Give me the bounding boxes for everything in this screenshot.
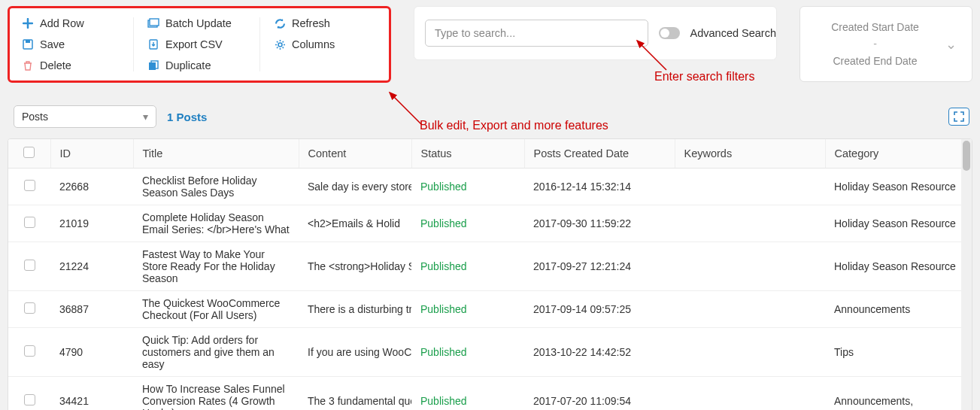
cell-content[interactable]: The <strong>Holiday Se — [299, 242, 411, 291]
gear-icon — [274, 38, 286, 50]
table-row[interactable]: 34421How To Increase Sales Funnel Conver… — [8, 377, 972, 411]
cell-keywords[interactable] — [675, 328, 825, 377]
col-id[interactable]: ID — [50, 139, 133, 169]
row-checkbox[interactable] — [24, 260, 35, 271]
cell-title[interactable]: The Quickest WooCommerce Checkout (For A… — [133, 291, 299, 328]
col-category[interactable]: Category — [825, 139, 972, 169]
col-status[interactable]: Status — [411, 139, 524, 169]
row-checkbox[interactable] — [24, 394, 35, 405]
cell-category[interactable]: Tips — [825, 328, 972, 377]
svg-point-7 — [278, 43, 282, 47]
export-csv-button[interactable]: Export CSV — [147, 38, 246, 50]
cell-status[interactable]: Published — [411, 328, 524, 377]
expand-icon — [954, 111, 964, 122]
cell-id[interactable]: 34421 — [50, 377, 133, 411]
cell-status[interactable]: Published — [411, 291, 524, 328]
duplicate-icon — [147, 59, 159, 71]
table-row[interactable]: 21224Fastest Way to Make Your Store Read… — [8, 242, 972, 291]
add-row-button[interactable]: Add Row — [22, 17, 120, 29]
cell-title[interactable]: Quick Tip: Add orders for customers and … — [133, 328, 299, 377]
columns-button[interactable]: Columns — [274, 38, 335, 50]
search-input[interactable] — [425, 20, 648, 47]
row-checkbox[interactable] — [24, 217, 35, 228]
table-row[interactable]: 36887The Quickest WooCommerce Checkout (… — [8, 291, 972, 328]
cell-id[interactable]: 22668 — [50, 169, 133, 205]
row-checkbox[interactable] — [24, 180, 35, 191]
col-date[interactable]: Posts Created Date — [524, 139, 675, 169]
add-row-label: Add Row — [40, 17, 84, 29]
duplicate-button[interactable]: Duplicate — [147, 59, 246, 71]
cell-category[interactable]: Holiday Season Resource — [825, 242, 972, 291]
posts-table: ID Title Content Status Posts Created Da… — [8, 138, 972, 410]
cell-status[interactable]: Published — [411, 169, 524, 205]
cell-content[interactable]: <h2>Emails & Holid — [299, 205, 411, 242]
toolbar: Add Row Save Delete Batch Update Export … — [8, 6, 391, 83]
select-all-checkbox[interactable] — [23, 147, 35, 158]
save-icon — [22, 38, 34, 50]
delete-button[interactable]: Delete — [22, 59, 120, 71]
cell-category[interactable]: Announcements — [825, 291, 972, 328]
cell-title[interactable]: Fastest Way to Make Your Store Ready For… — [133, 242, 299, 291]
cell-status[interactable]: Published — [411, 377, 524, 411]
row-checkbox[interactable] — [24, 302, 35, 314]
date-filter[interactable]: Created Start Date - Created End Date ⌄ — [799, 6, 972, 82]
cell-content[interactable]: There is a disturbing tre — [299, 291, 411, 328]
cell-keywords[interactable] — [675, 169, 825, 205]
cell-id[interactable]: 36887 — [50, 291, 133, 328]
table-row[interactable]: 22668Checklist Before Holiday Season Sal… — [8, 169, 972, 205]
table-header-row: ID Title Content Status Posts Created Da… — [8, 139, 972, 169]
post-type-label: Posts — [22, 111, 48, 123]
cell-keywords[interactable] — [675, 377, 825, 411]
expand-button[interactable] — [948, 108, 969, 126]
cell-keywords[interactable] — [675, 205, 825, 242]
date-dash: - — [815, 35, 935, 52]
cell-id[interactable]: 21224 — [50, 242, 133, 291]
cell-id[interactable]: 4790 — [50, 328, 133, 377]
export-label: Export CSV — [165, 38, 223, 50]
cell-date[interactable]: 2013-10-22 14:42:52 — [524, 328, 675, 377]
refresh-button[interactable]: Refresh — [274, 17, 335, 29]
cell-title[interactable]: Complete Holiday Season Email Series: </… — [133, 205, 299, 242]
save-button[interactable]: Save — [22, 38, 120, 50]
cell-title[interactable]: How To Increase Sales Funnel Conversion … — [133, 377, 299, 411]
cell-category[interactable]: Holiday Season Resource — [825, 205, 972, 242]
cell-status[interactable]: Published — [411, 242, 524, 291]
row-checkbox[interactable] — [24, 345, 35, 357]
plus-icon — [22, 17, 34, 29]
table-row[interactable]: 21019Complete Holiday Season Email Serie… — [8, 205, 972, 242]
advanced-search-toggle[interactable] — [659, 27, 680, 39]
batch-update-button[interactable]: Batch Update — [147, 17, 246, 29]
date-start-label: Created Start Date — [815, 19, 935, 35]
cell-date[interactable]: 2016-12-14 15:32:14 — [524, 169, 675, 205]
post-type-select[interactable]: Posts ▾ — [14, 105, 156, 128]
cell-title[interactable]: Checklist Before Holiday Season Sales Da… — [133, 169, 299, 205]
cell-date[interactable]: 2017-09-30 11:59:22 — [524, 205, 675, 242]
cell-date[interactable]: 2017-09-14 09:57:25 — [524, 291, 675, 328]
svg-rect-3 — [150, 19, 159, 26]
cell-content[interactable]: Sale day is every store o — [299, 169, 411, 205]
cell-content[interactable]: The 3 fundamental ques — [299, 377, 411, 411]
cell-id[interactable]: 21019 — [50, 205, 133, 242]
columns-label: Columns — [292, 38, 335, 50]
refresh-label: Refresh — [292, 17, 330, 29]
duplicate-label: Duplicate — [165, 59, 211, 71]
cell-category[interactable]: Announcements, — [825, 377, 972, 411]
cell-date[interactable]: 2017-09-27 12:21:24 — [524, 242, 675, 291]
cell-content[interactable]: If you are using WooCom — [299, 328, 411, 377]
table-row[interactable]: 4790Quick Tip: Add orders for customers … — [8, 328, 972, 377]
delete-label: Delete — [40, 59, 71, 71]
cell-keywords[interactable] — [675, 242, 825, 291]
cell-keywords[interactable] — [675, 291, 825, 328]
chevron-down-icon: ⌄ — [945, 36, 957, 53]
cell-category[interactable]: Holiday Season Resource — [825, 169, 972, 205]
cell-status[interactable]: Published — [411, 205, 524, 242]
col-keywords[interactable]: Keywords — [675, 139, 825, 169]
col-content[interactable]: Content — [299, 139, 411, 169]
cell-date[interactable]: 2017-07-20 11:09:54 — [524, 377, 675, 411]
caret-down-icon: ▾ — [143, 111, 148, 123]
scrollbar[interactable] — [961, 139, 972, 410]
batch-label: Batch Update — [165, 17, 232, 29]
batch-icon — [147, 17, 159, 29]
search-panel: Advanced Search — [414, 6, 777, 60]
col-title[interactable]: Title — [133, 139, 299, 169]
